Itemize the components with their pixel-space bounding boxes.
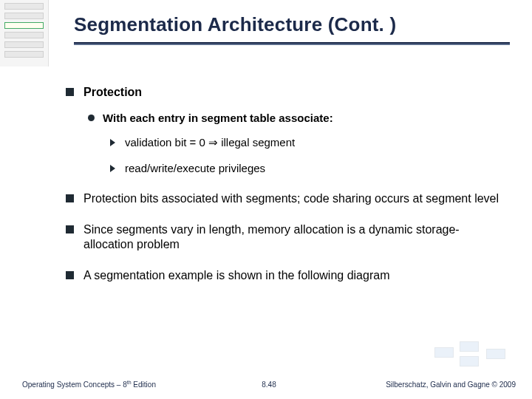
bullet-text: A segmentation example is shown in the f…	[83, 269, 389, 282]
slide-thumbnail	[4, 3, 44, 10]
title-area: Segmentation Architecture (Cont. )	[74, 13, 510, 45]
bullet-text: Protection bits associated with segments…	[83, 192, 499, 205]
footer-page-number: 8.48	[262, 381, 276, 389]
slide-thumbnail-selected	[4, 22, 44, 29]
bullet-text: With each entry in segment table associa…	[103, 112, 333, 124]
bullet-level2: With each entry in segment table associa…	[83, 112, 502, 175]
slide-body: Protection With each entry in segment ta…	[63, 85, 502, 299]
slide-thumbnail	[4, 51, 44, 58]
slide-footer: Operating System Concepts – 8th Edition …	[22, 380, 516, 389]
thumbnail-sidebar	[0, 0, 49, 66]
slide-thumbnail	[4, 13, 44, 19]
bullet-text: Since segments vary in length, memory al…	[83, 223, 460, 250]
bullet-text: Protection	[83, 86, 142, 98]
bullet-text: validation bit = 0 ⇒ illegal segment	[125, 136, 295, 149]
bullet-level3: validation bit = 0 ⇒ illegal segment	[103, 136, 502, 150]
bullet-text: read/write/execute privileges	[125, 162, 265, 174]
bullet-level1: Protection bits associated with segments…	[63, 191, 502, 206]
bullet-level1: Protection With each entry in segment ta…	[63, 85, 502, 175]
bullet-level1: Since segments vary in length, memory al…	[63, 222, 502, 252]
footer-copyright: Silberschatz, Galvin and Gagne © 2009	[386, 381, 516, 389]
decorative-diagram	[429, 334, 517, 378]
footer-book-title-a: Operating System Concepts – 8	[22, 381, 127, 389]
footer-left: Operating System Concepts – 8th Edition	[22, 380, 156, 389]
footer-book-title-b: Edition	[132, 381, 156, 389]
slide-thumbnail	[4, 32, 44, 38]
slide-thumbnail	[4, 41, 44, 48]
slide-title: Segmentation Architecture (Cont. )	[74, 13, 510, 36]
slide: Segmentation Architecture (Cont. ) Prote…	[0, 0, 532, 399]
bullet-level1: A segmentation example is shown in the f…	[63, 268, 502, 283]
bullet-level3: read/write/execute privileges	[103, 162, 502, 176]
title-underline	[74, 42, 510, 45]
